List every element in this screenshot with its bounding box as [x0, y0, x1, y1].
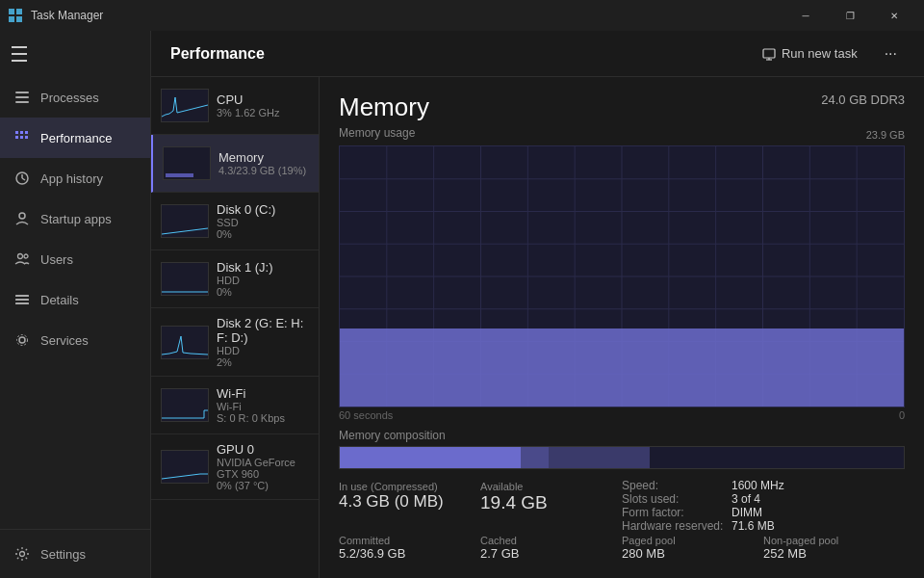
disk2-thumbnail: [161, 326, 209, 359]
wifi-name: Wi-Fi: [217, 386, 309, 401]
memory-info: Memory 4.3/23.9 GB (19%): [218, 150, 309, 176]
window-controls: ─ ❐ ✕: [783, 0, 916, 31]
disk0-stat: 0%: [217, 228, 309, 240]
sidebar-item-details[interactable]: Details: [0, 279, 150, 320]
svg-point-24: [20, 552, 25, 557]
restore-button[interactable]: ❐: [828, 0, 872, 31]
startup-icon: [13, 210, 31, 227]
stat-paged-value: 280 MB: [622, 546, 763, 561]
titlebar: Task Manager ─ ❐ ✕: [0, 0, 924, 31]
chart-icon: [13, 129, 31, 146]
details-icon: [13, 291, 31, 308]
svg-point-17: [18, 254, 23, 259]
disk2-info: Disk 2 (G: E: H: F: D:) HDD 2%: [217, 316, 309, 368]
sidebar-item-startup-apps[interactable]: Startup apps: [0, 198, 150, 239]
device-item-disk2[interactable]: Disk 2 (G: E: H: F: D:) HDD 2%: [151, 308, 319, 377]
list-icon: [13, 89, 31, 106]
app-title: Task Manager: [31, 9, 783, 22]
svg-point-18: [24, 254, 28, 258]
run-new-task-button[interactable]: Run new task: [753, 40, 867, 66]
sidebar-label-app-history: App history: [40, 171, 103, 186]
disk1-name: Disk 1 (J:): [217, 260, 309, 275]
gpu0-stat: 0% (37 °C): [217, 480, 309, 491]
memory-name: Memory: [218, 150, 309, 165]
stat-committed: Committed 5.2/36.9 GB: [339, 533, 480, 563]
svg-point-16: [19, 213, 25, 219]
svg-rect-21: [15, 302, 29, 304]
chart-subtitle: Memory usage: [339, 126, 415, 140]
gpu0-type: NVIDIA GeForce GTX 960: [217, 457, 309, 480]
chart-title: Memory: [339, 92, 429, 122]
device-item-gpu0[interactable]: GPU 0 NVIDIA GeForce GTX 960 0% (37 °C): [151, 434, 319, 500]
sidebar-item-settings[interactable]: Settings: [0, 534, 150, 574]
stat-paged-label: Paged pool: [622, 535, 763, 546]
device-item-disk1[interactable]: Disk 1 (J:) HDD 0%: [151, 250, 319, 308]
run-new-task-label: Run new task: [782, 46, 858, 61]
stat-right-block: Speed: 1600 MHz Slots used: 3 of 4 Form …: [622, 479, 905, 533]
svg-rect-4: [15, 92, 29, 93]
main-container: Processes Performance: [0, 31, 924, 578]
device-item-disk0[interactable]: Disk 0 (C:) SSD 0%: [151, 193, 319, 250]
svg-point-23: [17, 335, 28, 346]
sidebar-item-services[interactable]: Services: [0, 320, 150, 360]
device-item-memory[interactable]: Memory 4.3/23.9 GB (19%): [151, 135, 319, 193]
sidebar-bottom: Settings: [0, 529, 150, 578]
more-options-button[interactable]: ···: [877, 41, 905, 66]
main-chart-wrapper: [339, 145, 905, 407]
stat-slots-value: 3 of 4: [732, 492, 760, 506]
disk2-stat: 2%: [217, 356, 309, 368]
sidebar-label-users: Users: [40, 252, 73, 267]
svg-rect-25: [763, 49, 775, 58]
sidebar-item-app-history[interactable]: App history: [0, 158, 150, 198]
chart-time-labels: 60 seconds 0: [339, 409, 905, 421]
wifi-info: Wi-Fi Wi-Fi S: 0 R: 0 Kbps: [217, 386, 309, 424]
stat-hwreserved-value: 71.6 MB: [732, 519, 775, 533]
wifi-thumbnail: [161, 388, 209, 422]
svg-rect-9: [20, 131, 23, 134]
stat-speed-value: 1600 MHz: [732, 479, 784, 492]
sidebar-item-users[interactable]: Users: [0, 239, 150, 279]
svg-rect-20: [15, 299, 29, 301]
svg-rect-6: [15, 101, 29, 103]
close-button[interactable]: ✕: [872, 0, 916, 31]
wifi-type: Wi-Fi: [217, 401, 309, 412]
disk1-info: Disk 1 (J:) HDD 0%: [217, 260, 309, 298]
stat-formfactor-row: Form factor: DIMM: [622, 506, 784, 519]
topbar-actions: Run new task ···: [753, 40, 905, 66]
disk2-type: HDD: [217, 345, 309, 356]
sidebar-item-performance[interactable]: Performance: [0, 118, 150, 158]
device-item-wifi[interactable]: Wi-Fi Wi-Fi S: 0 R: 0 Kbps: [151, 377, 319, 434]
stat-committed-value: 5.2/36.9 GB: [339, 546, 480, 561]
comp-standby: [549, 447, 650, 468]
svg-rect-0: [9, 9, 14, 14]
cpu-stat: 3% 1.62 GHz: [217, 107, 309, 118]
stat-cached-value: 2.7 GB: [480, 546, 622, 561]
comp-inuse: [340, 447, 521, 468]
stat-inuse-label: In use (Compressed): [339, 481, 480, 492]
disk2-name: Disk 2 (G: E: H: F: D:): [217, 316, 309, 345]
device-item-cpu[interactable]: CPU 3% 1.62 GHz: [151, 77, 319, 135]
sidebar-nav: Processes Performance: [0, 77, 150, 529]
stat-inuse: In use (Compressed) 4.3 GB (0 MB): [339, 479, 480, 533]
stat-available: Available 19.4 GB: [480, 479, 622, 533]
composition-label: Memory composition: [339, 429, 905, 442]
stat-slots-label: Slots used:: [622, 492, 728, 506]
minimize-button[interactable]: ─: [783, 0, 828, 31]
sidebar-item-processes[interactable]: Processes: [0, 77, 150, 118]
memory-chart-fill: [340, 328, 904, 407]
time-label-right: 0: [899, 409, 905, 421]
chart-header: Memory 24.0 GB DDR3: [339, 92, 905, 122]
svg-point-22: [19, 337, 25, 343]
stat-hwreserved-label: Hardware reserved:: [622, 519, 728, 533]
sidebar: Processes Performance: [0, 31, 151, 578]
sidebar-label-settings: Settings: [40, 547, 86, 562]
disk1-thumbnail: [161, 262, 209, 296]
chart-area: Memory 24.0 GB DDR3 Memory usage 23.9 GB: [320, 77, 924, 578]
stat-inuse-value: 4.3 GB (0 MB): [339, 492, 480, 512]
chart-spec-text: 24.0 GB DDR3: [821, 92, 905, 107]
page-title: Performance: [170, 45, 265, 63]
stats-grid: In use (Compressed) 4.3 GB (0 MB) Availa…: [339, 479, 905, 563]
hamburger-menu[interactable]: [12, 44, 31, 64]
disk0-type: SSD: [217, 217, 309, 228]
main-chart: [339, 145, 905, 407]
